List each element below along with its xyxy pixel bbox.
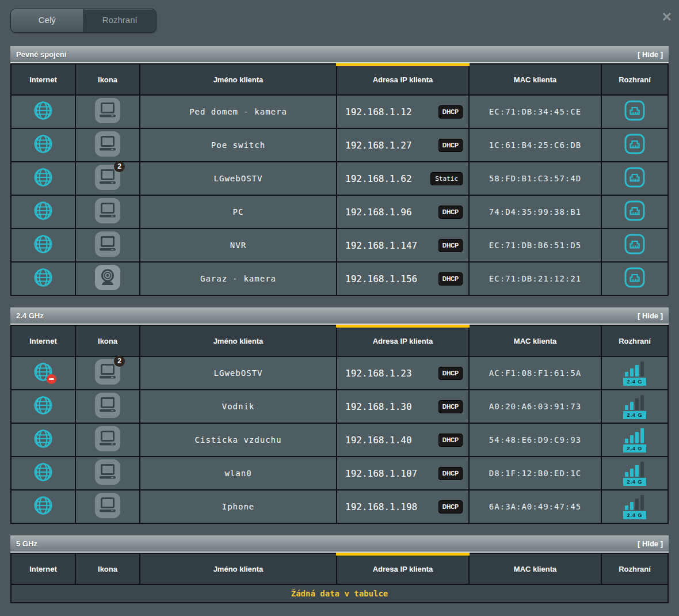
client-name: LGwebOSTV xyxy=(214,368,263,378)
client-row[interactable]: Vodnik 192.168.1.30 DHCP A0:20:A6:03:91:… xyxy=(11,390,668,423)
client-row[interactable]: Garaz - kamera 192.168.1.156 DHCP EC:71:… xyxy=(11,262,668,295)
client-ip: 192.168.1.23 xyxy=(345,368,412,379)
column-header-adresa-ip[interactable]: Adresa IP klienta xyxy=(337,325,469,356)
column-header-ikona[interactable]: Ikona xyxy=(75,325,140,356)
client-row[interactable]: wlan0 192.168.1.107 DHCP D8:1F:12:B0:ED:… xyxy=(11,457,668,490)
ip-type-badge: DHCP xyxy=(438,467,463,480)
hide-link[interactable]: [ Hide ] xyxy=(638,539,663,548)
interface-cell: 2.4 G xyxy=(601,390,668,423)
laptop-icon xyxy=(94,149,121,159)
device-icon[interactable] xyxy=(94,97,121,124)
column-header-ikona[interactable]: Ikona xyxy=(75,64,140,95)
ip-type-badge: DHCP xyxy=(438,105,463,119)
internet-status-icon[interactable] xyxy=(32,233,55,256)
client-ip: 192.168.1.12 xyxy=(345,107,412,117)
device-icon[interactable] xyxy=(94,131,121,157)
ethernet-icon xyxy=(623,99,646,124)
name-cell: PC xyxy=(140,195,337,229)
globe-icon xyxy=(32,214,55,224)
globe-icon xyxy=(32,476,55,485)
client-name: Garaz - kamera xyxy=(200,274,276,283)
internet-status-icon[interactable] xyxy=(32,132,55,155)
device-icon[interactable] xyxy=(94,197,121,224)
device-icon[interactable]: 2 xyxy=(94,359,121,385)
globe-icon xyxy=(32,248,55,257)
internet-status-icon[interactable] xyxy=(32,266,55,289)
column-header-ikona[interactable]: Ikona xyxy=(75,553,140,584)
client-mac: EC:71:DB:B6:51:D5 xyxy=(489,241,581,250)
laptop-icon xyxy=(94,216,121,226)
device-icon[interactable] xyxy=(94,492,121,519)
hide-link[interactable]: [ Hide ] xyxy=(638,311,663,320)
client-row[interactable]: Iphone 192.168.1.198 DHCP 6A:3A:A0:49:47… xyxy=(11,490,668,523)
client-row[interactable]: Ped domem - kamera 192.168.1.12 DHCP EC:… xyxy=(11,95,668,128)
client-row[interactable]: 2 LGwebOSTV 192.168.1.62 Static 58:FD:B1… xyxy=(11,162,668,195)
signal-bars xyxy=(625,495,644,510)
section-header-bar: 5 GHz [ Hide ] xyxy=(10,535,669,553)
wifi-signal-icon: 2.4 G xyxy=(623,394,646,419)
internet-status-icon[interactable] xyxy=(32,394,55,417)
column-header-mac[interactable]: MAC klienta xyxy=(469,325,601,356)
tab-cely[interactable]: Celý xyxy=(11,9,84,32)
client-ip: 192.168.1.156 xyxy=(345,273,417,284)
globe-icon xyxy=(32,509,55,519)
mac-cell: EC:71:DB:34:45:CE xyxy=(469,95,601,128)
internet-status-icon[interactable] xyxy=(32,360,55,383)
internet-status-icon[interactable] xyxy=(32,99,55,122)
device-icon[interactable] xyxy=(94,231,121,257)
device-icon[interactable]: 2 xyxy=(94,164,121,191)
blocked-badge-icon xyxy=(47,374,56,384)
client-name: PC xyxy=(233,207,244,216)
column-header-jmeno-klienta[interactable]: Jméno klienta xyxy=(140,64,337,95)
internet-status-icon[interactable] xyxy=(32,166,55,189)
ip-cell: 192.168.1.147 DHCP xyxy=(337,229,469,262)
column-header-rozhrani[interactable]: Rozhraní xyxy=(601,553,668,584)
column-header-adresa-ip[interactable]: Adresa IP klienta xyxy=(337,64,469,95)
column-header-jmeno-klienta[interactable]: Jméno klienta xyxy=(140,553,337,584)
column-header-internet[interactable]: Internet xyxy=(11,553,75,584)
column-header-internet[interactable]: Internet xyxy=(11,325,75,356)
device-icon[interactable] xyxy=(94,392,121,419)
client-row[interactable]: Cisticka vzduchu 192.168.1.40 DHCP 54:48… xyxy=(11,423,668,457)
internet-status-icon[interactable] xyxy=(32,427,55,450)
laptop-icon xyxy=(94,477,121,487)
mac-cell: 58:FD:B1:C3:57:4D xyxy=(469,162,601,195)
ip-type-badge: DHCP xyxy=(438,206,463,219)
tab-rozhrani[interactable]: Rozhraní xyxy=(84,9,157,32)
name-cell: wlan0 xyxy=(140,457,337,490)
client-row[interactable]: 2 LGwebOSTV 192.168.1.23 DHCP AC:F1:08:F… xyxy=(11,356,668,390)
hide-link[interactable]: [ Hide ] xyxy=(638,50,663,59)
interface-cell xyxy=(601,128,668,162)
client-row[interactable]: PC 192.168.1.96 DHCP 74:D4:35:99:38:B1 xyxy=(11,195,668,229)
column-header-rozhrani[interactable]: Rozhraní xyxy=(601,325,668,356)
ip-cell: 192.168.1.40 DHCP xyxy=(337,423,469,457)
internet-status-icon[interactable] xyxy=(32,494,55,517)
internet-cell xyxy=(11,390,75,423)
laptop-icon xyxy=(94,182,121,192)
ip-cell: 192.168.1.30 DHCP xyxy=(337,390,469,423)
column-header-rozhrani[interactable]: Rozhraní xyxy=(601,64,668,95)
column-header-mac[interactable]: MAC klienta xyxy=(469,64,601,95)
device-icon[interactable] xyxy=(94,425,121,452)
internet-cell xyxy=(11,262,75,295)
column-header-mac[interactable]: MAC klienta xyxy=(469,553,601,584)
name-cell: Poe switch xyxy=(140,128,337,162)
column-header-jmeno-klienta[interactable]: Jméno klienta xyxy=(140,325,337,356)
laptop-icon xyxy=(94,377,121,387)
column-header-adresa-ip[interactable]: Adresa IP klienta xyxy=(337,553,469,584)
ip-cell: 192.168.1.23 DHCP xyxy=(337,356,469,390)
column-header-internet[interactable]: Internet xyxy=(11,64,75,95)
client-name: wlan0 xyxy=(224,469,251,478)
internet-status-icon[interactable] xyxy=(32,199,55,222)
icon-cell xyxy=(75,423,140,457)
device-icon[interactable] xyxy=(94,459,121,485)
client-ip: 192.168.1.30 xyxy=(345,401,412,412)
name-cell: NVR xyxy=(140,229,337,262)
client-row[interactable]: Poe switch 192.168.1.27 DHCP 1C:61:B4:25… xyxy=(11,128,668,162)
client-table-section: 5 GHz [ Hide ] Internet Ikona Jméno klie… xyxy=(10,535,669,603)
client-row[interactable]: NVR 192.168.1.147 DHCP EC:71:DB:B6:51:D5 xyxy=(11,229,668,262)
internet-status-icon[interactable] xyxy=(32,461,55,484)
close-icon[interactable]: ✕ xyxy=(662,11,672,24)
interface-cell xyxy=(601,229,668,262)
device-icon[interactable] xyxy=(94,264,121,291)
